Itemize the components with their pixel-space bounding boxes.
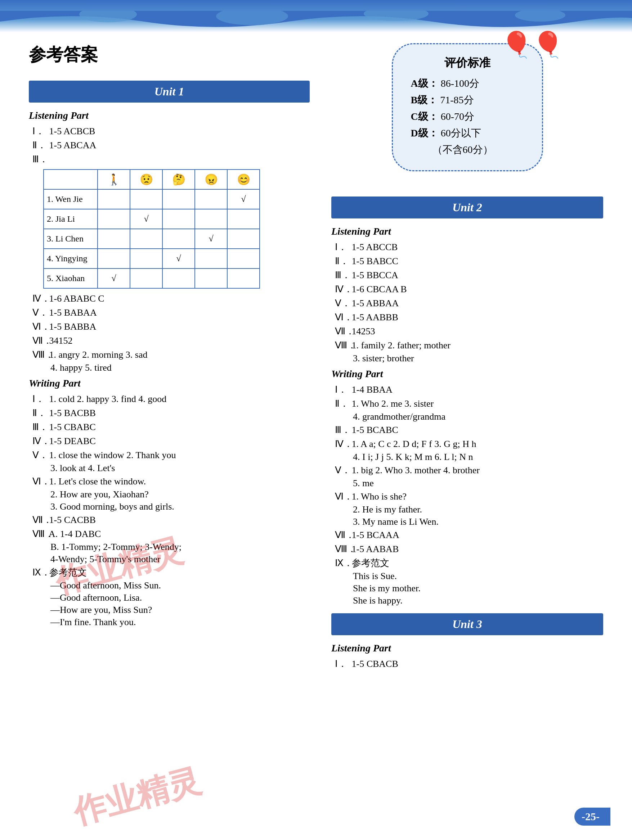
unit2-III: Ⅲ． 1-5 BBCCA [331,269,603,281]
table-cell [195,249,227,268]
unit2-VII: Ⅶ． 14253 [331,325,603,338]
table-col-4: 😠 [195,169,227,189]
unit1-w-VI-b: 2. How are you, Xiaohan? [29,489,310,500]
table-cell [98,249,130,268]
unit1-w-I: Ⅰ． 1. cold 2. happy 3. find 4. good [29,393,310,405]
eval-section: 评价标准 A级： 86-100分 B级： 71-85分 C级： 60-70分 D… [331,43,603,182]
unit1-II: Ⅱ． 1-5 ABCAA [29,139,310,152]
table-col-5: 😊 [227,169,260,189]
roman-II: Ⅱ． [32,139,47,152]
unit1-w-VIII-b: B. 1-Tommy; 2-Tommy; 3-Wendy; [29,542,310,553]
unit1-w-VIII-c: 4-Wendy; 5-Tommy's mother [29,554,310,565]
unit2-w-VIII: Ⅷ． 1-5 AABAB [331,543,603,555]
table-cell-name: 1. Wen Jie [44,189,98,209]
page-title: 参考答案 [29,43,310,66]
unit1-VIII-a: Ⅷ． 1. angry 2. morning 3. sad [29,348,310,361]
unit2-VI: Ⅵ． 1-5 AABBB [331,311,603,324]
left-column: 参考答案 Unit 1 Listening Part Ⅰ． 1-5 ACBCB … [29,43,310,671]
unit1-w-V-a: Ⅴ． 1. close the window 2. Thank you [29,449,310,461]
unit2-VIII-b: 3. sister; brother [331,353,603,364]
unit2-w-VI-a: Ⅵ． 1. Who is she? [331,490,603,503]
unit3-listening-title: Listening Part [331,643,603,654]
table-cell-name: 3. Li Chen [44,229,98,249]
eval-note: （不含60分） [411,143,524,156]
unit1-w-IX-3: —How are you, Miss Sun? [29,605,310,616]
unit2-VIII-a: Ⅷ． 1. family 2. father; mother [331,339,603,352]
table-cell [227,268,260,288]
unit1-writing-title: Writing Part [29,377,310,389]
table-cell [162,189,195,209]
table-cell: √ [195,229,227,249]
table-cell: √ [227,189,260,209]
unit2-w-IV-b: 4. I i; J j 5. K k; M m 6. L l; N n [331,452,603,463]
table-cell [195,209,227,229]
unit1-w-IX-2: —Good afternoon, Lisa. [29,592,310,603]
table-row: 1. Wen Jie √ [44,189,260,209]
table-cell: √ [162,249,195,268]
unit1-VI: Ⅵ． 1-5 BABBA [29,320,310,333]
eval-box: 评价标准 A级： 86-100分 B级： 71-85分 C级： 60-70分 D… [392,43,543,171]
unit1-w-IV: Ⅳ． 1-5 DEABC [29,435,310,447]
unit2-listening-title: Listening Part [331,226,603,237]
roman-I: Ⅰ． [32,125,47,137]
table-cell-name: 4. Yingying [44,249,98,268]
table-cell-name: 2. Jia Li [44,209,98,229]
eval-D: D级： 60分以下 [411,126,524,140]
table-cell [130,268,162,288]
balloons-decoration: 🎈🎈 [501,30,564,59]
unit2-w-V-b: 5. me [331,478,603,489]
unit2-V: Ⅴ． 1-5 ABBAA [331,297,603,309]
unit1-I: Ⅰ． 1-5 ACBCB [29,125,310,137]
eval-A: A级： 86-100分 [411,77,524,90]
unit2-IV: Ⅳ． 1-6 CBCAA B [331,283,603,295]
unit1-table: 🚶 😟 🤔 😠 😊 1. Wen Jie √ 2. Jia L [43,169,260,289]
unit2-writing-title: Writing Part [331,368,603,380]
unit2-II: Ⅱ． 1-5 BABCC [331,255,603,267]
unit2-w-IX-1: This is Sue. [331,571,603,582]
unit2-I: Ⅰ． 1-5 ABCCB [331,241,603,253]
eval-B: B级： 71-85分 [411,93,524,107]
unit1-IV: Ⅳ． 1-6 ABABC C [29,292,310,305]
table-cell: √ [98,268,130,288]
unit1-w-VI-c: 3. Good morning, boys and girls. [29,501,310,512]
unit2-w-IX: Ⅸ． 参考范文 [331,557,603,569]
table-row: 2. Jia Li √ [44,209,260,229]
unit1-w-VII: Ⅶ． 1-5 CACBB [29,513,310,526]
eval-C: C级： 60-70分 [411,110,524,123]
table-row: 5. Xiaohan √ [44,268,260,288]
table-cell: √ [130,209,162,229]
unit3-header: Unit 3 [331,613,603,635]
table-cell [130,229,162,249]
unit2-w-IV-a: Ⅳ． 1. A a; C c 2. D d; F f 3. G g; H h [331,437,603,450]
table-cell [227,209,260,229]
unit2-w-VI-c: 3. My name is Li Wen. [331,516,603,527]
table-row: 4. Yingying √ [44,249,260,268]
page-number: -25- [574,808,610,826]
unit2-w-II-a: Ⅱ． 1. Who 2. me 3. sister [331,397,603,410]
unit1-w-VIII-a: Ⅷ． A. 1-4 DABC [29,527,310,540]
table-cell [98,189,130,209]
table-cell [195,189,227,209]
unit1-III: Ⅲ． [29,153,310,166]
table-row: 3. Li Chen √ [44,229,260,249]
unit2-w-I: Ⅰ． 1-4 BBAA [331,383,603,396]
table-cell [162,229,195,249]
unit1-w-V-b: 3. look at 4. Let's [29,463,310,474]
right-column: 评价标准 A级： 86-100分 B级： 71-85分 C级： 60-70分 D… [331,43,603,671]
unit1-w-VI-a: Ⅵ． 1. Let's close the window. [29,475,310,488]
unit2-w-VI-b: 2. He is my father. [331,504,603,515]
table-cell [130,249,162,268]
unit2-w-VII: Ⅶ． 1-5 BCAAA [331,529,603,541]
unit2-w-IX-3: She is happy. [331,595,603,606]
table-cell [98,229,130,249]
unit2-header: Unit 2 [331,196,603,218]
table-cell [195,268,227,288]
top-decoration [0,0,632,32]
unit2-w-IX-2: She is my mother. [331,583,603,594]
unit1-VII: Ⅶ． 34152 [29,334,310,347]
unit1-header: Unit 1 [29,81,310,103]
unit1-w-II: Ⅱ． 1-5 BACBB [29,407,310,419]
table-cell [130,189,162,209]
unit1-w-IX: Ⅸ． 参考范文 [29,566,310,579]
unit1-VIII-b: 4. happy 5. tired [29,362,310,373]
